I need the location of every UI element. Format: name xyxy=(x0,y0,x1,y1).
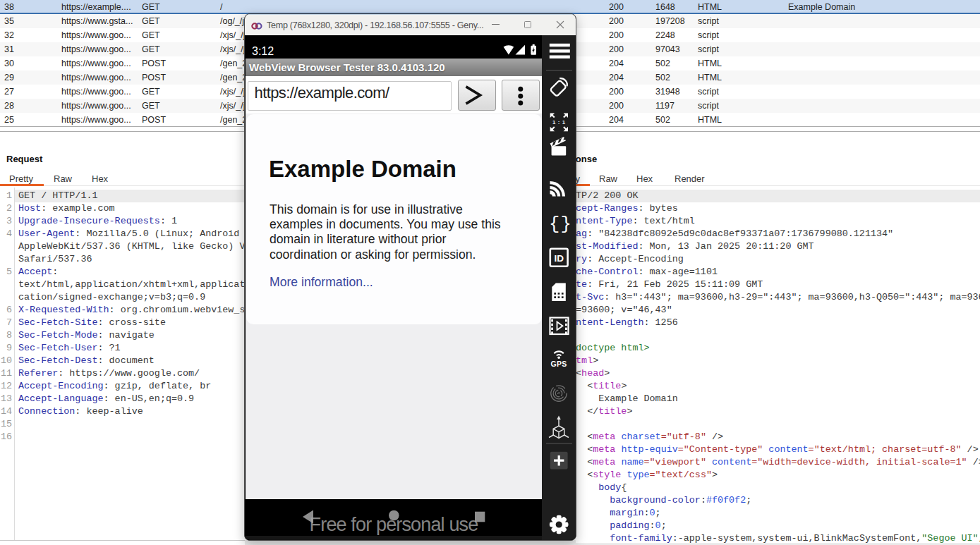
svg-text:{: { xyxy=(549,214,559,235)
svg-text:}: } xyxy=(560,214,571,235)
svg-text:1 : 1: 1 : 1 xyxy=(552,119,566,125)
svg-text:ID: ID xyxy=(554,253,564,264)
svg-text:GPS: GPS xyxy=(550,360,567,368)
